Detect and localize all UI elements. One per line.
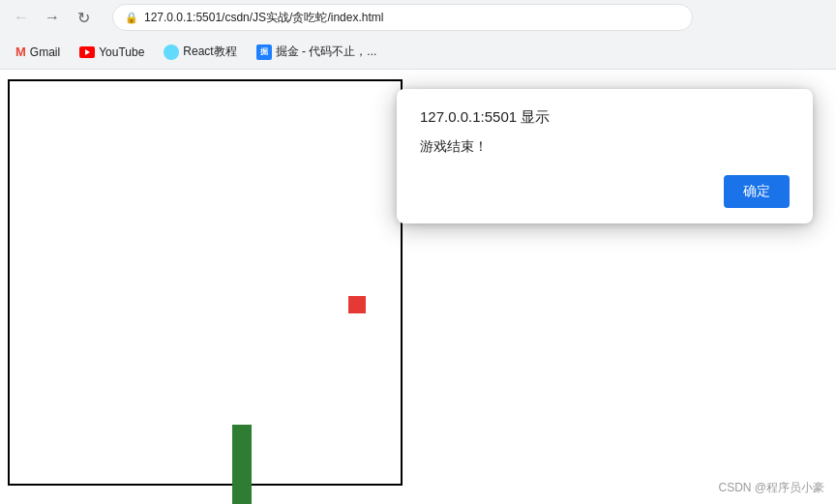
bookmark-react[interactable]: React教程 bbox=[156, 40, 244, 64]
address-bar-container: 🔒 127.0.0.1:5501/csdn/JS实战/贪吃蛇/index.htm… bbox=[112, 4, 693, 31]
address-text: 127.0.0.1:5501/csdn/JS实战/贪吃蛇/index.html bbox=[144, 10, 680, 26]
lock-icon: 🔒 bbox=[125, 12, 138, 24]
alert-message: 游戏结束！ bbox=[420, 138, 790, 156]
alert-ok-button[interactable]: 确定 bbox=[724, 175, 790, 208]
alert-dialog: 127.0.0.1:5501 显示 游戏结束！ 确定 bbox=[397, 89, 813, 223]
browser-chrome: ← → ↻ 🔒 127.0.0.1:5501/csdn/JS实战/贪吃蛇/ind… bbox=[0, 0, 836, 70]
snake-segment bbox=[232, 425, 252, 504]
bookmark-youtube-label: YouTube bbox=[99, 45, 144, 59]
react-icon bbox=[164, 44, 179, 60]
bookmarks-bar: M Gmail YouTube React教程 掘 掘金 - 代码不止，... bbox=[0, 35, 836, 70]
gmail-icon: M bbox=[15, 44, 26, 59]
bookmark-juejin-label: 掘金 - 代码不止，... bbox=[276, 44, 377, 60]
nav-buttons: ← → ↻ bbox=[8, 4, 97, 31]
bookmark-react-label: React教程 bbox=[183, 44, 236, 60]
address-bar[interactable]: 🔒 127.0.0.1:5501/csdn/JS实战/贪吃蛇/index.htm… bbox=[112, 4, 693, 31]
alert-actions: 确定 bbox=[420, 175, 790, 208]
page-content: 127.0.0.1:5501 显示 游戏结束！ 确定 CSDN @程序员小豪 bbox=[0, 70, 836, 504]
juejin-icon: 掘 bbox=[256, 44, 272, 60]
back-button[interactable]: ← bbox=[8, 4, 35, 31]
bookmark-gmail-label: Gmail bbox=[30, 45, 60, 59]
reload-button[interactable]: ↻ bbox=[70, 4, 97, 31]
food-item bbox=[348, 296, 366, 313]
titlebar: ← → ↻ 🔒 127.0.0.1:5501/csdn/JS实战/贪吃蛇/ind… bbox=[0, 0, 836, 35]
bookmark-youtube[interactable]: YouTube bbox=[72, 42, 152, 63]
bookmark-juejin[interactable]: 掘 掘金 - 代码不止，... bbox=[249, 40, 385, 64]
forward-button[interactable]: → bbox=[39, 4, 66, 31]
alert-title: 127.0.0.1:5501 显示 bbox=[420, 108, 790, 127]
youtube-icon bbox=[79, 46, 95, 58]
yt-play-triangle bbox=[85, 49, 90, 55]
bookmark-gmail[interactable]: M Gmail bbox=[8, 41, 68, 63]
game-canvas bbox=[8, 79, 403, 486]
csdn-watermark: CSDN @程序员小豪 bbox=[718, 480, 824, 496]
